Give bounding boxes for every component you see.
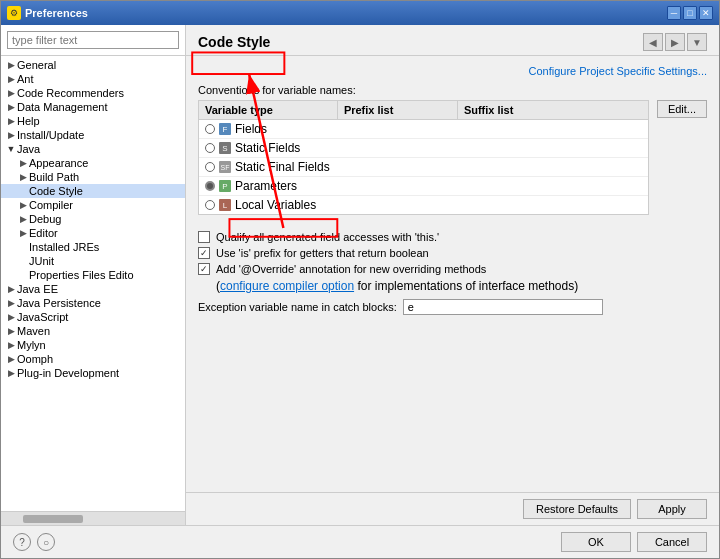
table-row[interactable]: S Static Fields — [199, 139, 648, 158]
search-box — [1, 25, 185, 56]
sidebar-item-help[interactable]: ▶ Help — [1, 114, 185, 128]
parameters-cell: P Parameters — [199, 177, 408, 195]
sidebar-item-data-management[interactable]: ▶ Data Management — [1, 100, 185, 114]
compiler-option-link[interactable]: configure compiler option — [220, 279, 354, 293]
footer-bar: ? ○ OK Cancel — [1, 525, 719, 558]
sidebar-item-install-update[interactable]: ▶ Install/Update — [1, 128, 185, 142]
horizontal-scrollbar[interactable] — [1, 511, 185, 525]
close-button[interactable]: ✕ — [699, 6, 713, 20]
sidebar-item-label: Java EE — [17, 283, 58, 295]
parameters-suffix — [528, 184, 648, 188]
expand-icon: ▶ — [5, 87, 17, 99]
sidebar-item-label: Plug-in Development — [17, 367, 119, 379]
sidebar-item-appearance[interactable]: ▶ Appearance — [1, 156, 185, 170]
exception-row: Exception variable name in catch blocks: — [198, 299, 707, 315]
table-row[interactable]: SF Static Final Fields — [199, 158, 648, 177]
table-row[interactable]: L Local Variables — [199, 196, 648, 214]
configure-project-link[interactable]: Configure Project Specific Settings... — [528, 65, 707, 77]
sidebar-item-debug[interactable]: ▶ Debug — [1, 212, 185, 226]
sidebar-item-installed-jres[interactable]: Installed JREs — [1, 240, 185, 254]
apply-button[interactable]: Apply — [637, 499, 707, 519]
panel-title: Code Style — [198, 34, 270, 50]
expand-icon — [17, 241, 29, 253]
expand-icon: ▶ — [5, 73, 17, 85]
sidebar-item-java-persistence[interactable]: ▶ Java Persistence — [1, 296, 185, 310]
sidebar-item-javascript[interactable]: ▶ JavaScript — [1, 310, 185, 324]
qualify-label: Qualify all generated field accesses wit… — [216, 231, 439, 243]
cancel-button[interactable]: Cancel — [637, 532, 707, 552]
override-checkbox[interactable] — [198, 263, 210, 275]
sidebar-item-code-style[interactable]: Code Style — [1, 184, 185, 198]
sidebar-item-properties-files-editor[interactable]: Properties Files Edito — [1, 268, 185, 282]
forward-button[interactable]: ▶ — [665, 33, 685, 51]
static-fields-label: Static Fields — [235, 141, 300, 155]
sidebar-item-ant[interactable]: ▶ Ant — [1, 72, 185, 86]
sidebar-item-code-recommenders[interactable]: ▶ Code Recommenders — [1, 86, 185, 100]
table-row[interactable]: P Parameters — [199, 177, 648, 196]
static-final-label: Static Final Fields — [235, 160, 330, 174]
sidebar-item-plugin-development[interactable]: ▶ Plug-in Development — [1, 366, 185, 380]
expand-icon: ▶ — [17, 171, 29, 183]
radio-icon — [205, 143, 215, 153]
panel-body: Configure Project Specific Settings... C… — [186, 56, 719, 492]
exception-input[interactable] — [403, 299, 603, 315]
static-fields-icon: S — [219, 142, 231, 154]
edit-button-container: Edit... — [657, 100, 707, 118]
compiler-option-row: (configure compiler option for implement… — [198, 279, 707, 293]
expand-icon: ▶ — [5, 325, 17, 337]
fields-prefix — [408, 127, 528, 131]
expand-icon: ▶ — [17, 199, 29, 211]
dropdown-button[interactable]: ▼ — [687, 33, 707, 51]
window-title: Preferences — [25, 7, 88, 19]
expand-icon: ▶ — [17, 227, 29, 239]
table-row[interactable]: F Fields — [199, 120, 648, 139]
restore-defaults-button[interactable]: Restore Defaults — [523, 499, 631, 519]
sidebar-item-label: Help — [17, 115, 40, 127]
sidebar-item-mylyn[interactable]: ▶ Mylyn — [1, 338, 185, 352]
sidebar-item-maven[interactable]: ▶ Maven — [1, 324, 185, 338]
title-buttons: ─ □ ✕ — [667, 6, 713, 20]
radio-icon-filled — [205, 181, 215, 191]
checkbox-is-prefix-row: Use 'is' prefix for getters that return … — [198, 247, 707, 259]
static-final-suffix — [528, 165, 648, 169]
sidebar-item-label: Editor — [29, 227, 58, 239]
qualify-checkbox[interactable] — [198, 231, 210, 243]
static-final-fields-cell: SF Static Final Fields — [199, 158, 408, 176]
static-fields-prefix — [408, 146, 528, 150]
sidebar-item-java-ee[interactable]: ▶ Java EE — [1, 282, 185, 296]
sidebar-item-general[interactable]: ▶ General — [1, 58, 185, 72]
sidebar-item-build-path[interactable]: ▶ Build Path — [1, 170, 185, 184]
table-header: Variable type Prefix list Suffix list — [199, 101, 648, 120]
sidebar-item-editor[interactable]: ▶ Editor — [1, 226, 185, 240]
back-button[interactable]: ◀ — [643, 33, 663, 51]
local-vars-label: Local Variables — [235, 198, 316, 212]
sidebar-item-label: Data Management — [17, 101, 108, 113]
parameters-prefix — [408, 184, 528, 188]
sidebar-item-label: Code Style — [29, 185, 83, 197]
sidebar-item-label: Mylyn — [17, 339, 46, 351]
sidebar-item-label: Build Path — [29, 171, 79, 183]
sidebar-item-compiler[interactable]: ▶ Compiler — [1, 198, 185, 212]
sidebar-item-java[interactable]: ▼ Java — [1, 142, 185, 156]
help-icon[interactable]: ? — [13, 533, 31, 551]
edit-button[interactable]: Edit... — [657, 100, 707, 118]
is-prefix-checkbox[interactable] — [198, 247, 210, 259]
minimize-button[interactable]: ─ — [667, 6, 681, 20]
sidebar-item-label: Java — [17, 143, 40, 155]
static-final-prefix — [408, 165, 528, 169]
info-icon[interactable]: ○ — [37, 533, 55, 551]
expand-icon: ▶ — [5, 283, 17, 295]
search-input[interactable] — [7, 31, 179, 49]
is-prefix-label: Use 'is' prefix for getters that return … — [216, 247, 429, 259]
sidebar-item-oomph[interactable]: ▶ Oomph — [1, 352, 185, 366]
conventions-label: Conventions for variable names: — [198, 84, 707, 96]
sidebar: ▶ General ▶ Ant ▶ Code Recommenders ▶ Da… — [1, 25, 186, 525]
sidebar-item-junit[interactable]: JUnit — [1, 254, 185, 268]
maximize-button[interactable]: □ — [683, 6, 697, 20]
static-fields-suffix — [528, 146, 648, 150]
ok-button[interactable]: OK — [561, 532, 631, 552]
right-panel-wrapper: Code Style ◀ ▶ ▼ Configure Project Speci… — [186, 25, 719, 525]
expand-icon: ▶ — [5, 339, 17, 351]
expand-icon: ▶ — [5, 115, 17, 127]
radio-icon — [205, 124, 215, 134]
